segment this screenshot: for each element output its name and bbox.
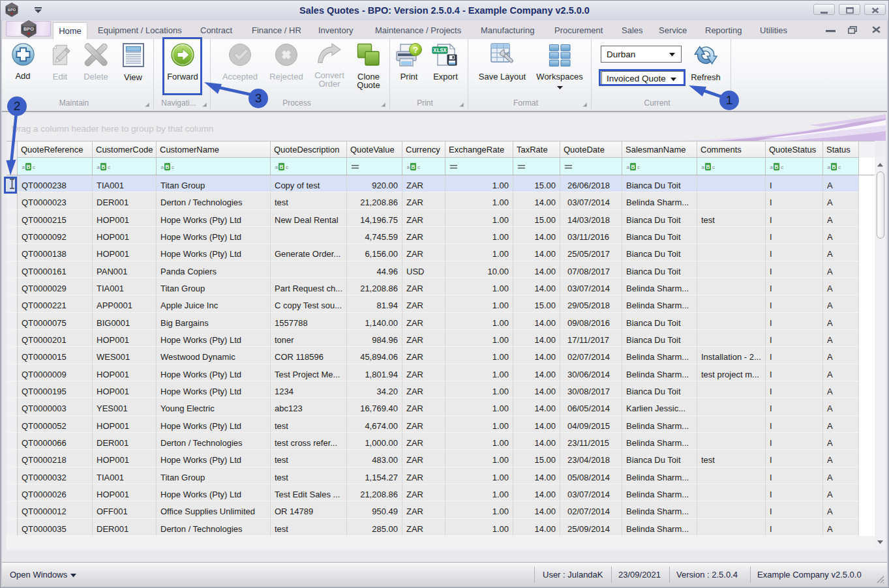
svg-text:a: a [770,164,774,170]
svg-text:BPO: BPO [23,26,34,32]
svg-text:a: a [828,164,831,170]
svg-text:a: a [161,164,164,170]
svg-text:B: B [102,164,106,170]
svg-text:c: c [417,164,420,170]
svg-text:B: B [280,164,284,170]
svg-text:c: c [712,164,715,170]
svg-text:B: B [706,164,710,170]
svg-text:c: c [838,164,841,170]
svg-text:c: c [172,164,174,170]
svg-text:XLSX: XLSX [433,48,447,54]
svg-text:a: a [275,164,279,170]
svg-text:c: c [286,164,288,170]
svg-text:c: c [108,164,110,170]
svg-text:B: B [631,164,635,170]
svg-text:c: c [781,164,783,170]
svg-text:B: B [166,164,170,170]
svg-text:a: a [702,164,705,170]
svg-text:a: a [627,164,630,170]
svg-text:?: ? [413,45,418,55]
svg-text:c: c [33,164,35,170]
svg-text:B: B [27,164,31,170]
svg-text:a: a [407,164,410,170]
svg-text:B: B [775,164,779,170]
svg-text:c: c [637,164,640,170]
svg-text:B: B [832,164,836,170]
svg-text:a: a [22,164,25,170]
svg-text:B: B [412,164,415,170]
svg-text:a: a [97,164,100,170]
